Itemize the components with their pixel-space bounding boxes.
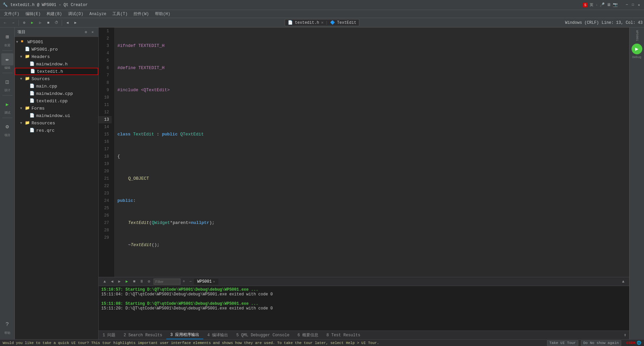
bottom-minus-btn[interactable]: − bbox=[187, 278, 194, 285]
tree-item-sources[interactable]: ▼ 📁 Sources bbox=[15, 75, 98, 82]
name-resources: Resources bbox=[32, 121, 55, 126]
ln-19: 19 bbox=[99, 160, 112, 168]
toolbar-sep-1 bbox=[18, 20, 19, 26]
ln-6: 6 bbox=[99, 64, 112, 72]
edit-icon: ✏ bbox=[6, 56, 9, 63]
panel-filter-btn[interactable]: ⚙ bbox=[83, 29, 89, 35]
sidebar-btn-help[interactable]: ? bbox=[1, 319, 13, 331]
back-button[interactable]: ← bbox=[1, 19, 9, 26]
menu-help[interactable]: 帮助(H) bbox=[152, 10, 173, 17]
welcome-icon: ⊞ bbox=[6, 34, 9, 40]
file-tab-sep: | bbox=[326, 20, 328, 25]
profile-button[interactable]: ⏱ bbox=[53, 19, 60, 26]
line-numbers: 1 2 3 4 5 6 7 8 9 10 11 12 13 14 bbox=[99, 27, 115, 277]
name-headers: Headers bbox=[32, 54, 50, 59]
forward-button[interactable]: → bbox=[9, 19, 17, 26]
menu-file[interactable]: 文件(F) bbox=[1, 10, 22, 17]
code-line-11 bbox=[117, 264, 627, 271]
bottom-prev-btn[interactable]: ◀ bbox=[109, 278, 115, 285]
tree-item-textedit-h[interactable]: ▸ 📄 textedit.h bbox=[15, 68, 98, 75]
file-tree: ▼ ■ WPS001 ▸ 📄 WPS001.pro ▼ 📁 Headers bbox=[15, 37, 98, 339]
no-show-button[interactable]: Do No show again bbox=[581, 340, 621, 346]
monitor-icon: 🖥 bbox=[607, 2, 611, 7]
ln-24: 24 bbox=[99, 197, 112, 205]
code-line-1: #ifndef TEXTEDIT_H bbox=[117, 42, 627, 50]
sidebar-btn-design[interactable]: ◫ bbox=[1, 76, 13, 88]
run-tab-close[interactable]: ✕ bbox=[213, 280, 215, 284]
tab-issues[interactable]: 1 问题 bbox=[99, 331, 119, 339]
sidebar-btn-welcome[interactable]: ⊞ bbox=[1, 31, 13, 43]
tree-item-mainwindow-ui[interactable]: ▸ 📄 mainwindow.ui bbox=[15, 112, 98, 119]
tree-item-wps001[interactable]: ▼ ■ WPS001 bbox=[15, 38, 98, 46]
tree-item-res-qrc[interactable]: ▸ 📄 res.qrc bbox=[15, 127, 98, 134]
right-sidebar-label: WPS001 bbox=[635, 29, 639, 42]
panel-close-btn[interactable]: ✕ bbox=[90, 29, 96, 35]
bottom-stop-btn[interactable]: ■ bbox=[131, 278, 138, 285]
tree-item-mainwindow-h[interactable]: ▸ 📄 mainwindow.h bbox=[15, 60, 98, 68]
issues-up-btn[interactable]: ⬆ bbox=[621, 332, 629, 338]
tab-test[interactable]: 8 Test Results bbox=[322, 331, 364, 339]
build-button[interactable]: ⚙ bbox=[20, 19, 28, 26]
output-line-3 bbox=[101, 297, 627, 301]
name-res-qrc: res.qrc bbox=[36, 128, 55, 133]
bottom-pause-btn[interactable]: ⏸ bbox=[138, 278, 145, 285]
bottom-collapse-btn[interactable]: ▲ bbox=[620, 278, 627, 285]
tab-search[interactable]: 2 Search Results bbox=[119, 331, 166, 339]
icon-sep-1 bbox=[2, 50, 12, 51]
tree-item-main-cpp[interactable]: ▸ 📄 main.cpp bbox=[15, 82, 98, 90]
menu-debug[interactable]: 调试(D) bbox=[65, 10, 86, 17]
menu-analyze[interactable]: Analyze bbox=[87, 11, 109, 17]
menu-controls[interactable]: 控件(W) bbox=[131, 10, 152, 17]
bottom-play-btn[interactable]: ▶ bbox=[123, 278, 130, 285]
stop-button[interactable]: ■ bbox=[45, 19, 52, 26]
minimize-button[interactable]: ─ bbox=[625, 3, 629, 7]
arrow-mainwindow-ui: ▸ bbox=[25, 114, 30, 118]
bottom-settings-btn[interactable]: ⚙ bbox=[146, 278, 152, 285]
tab-compile[interactable]: 4 编译输出 bbox=[203, 331, 232, 339]
file-tab-close[interactable]: ✕ bbox=[321, 20, 323, 25]
code-line-8: public: bbox=[117, 197, 627, 205]
ln-21: 21 bbox=[99, 175, 112, 182]
bottom-up-btn[interactable]: ▲ bbox=[101, 278, 108, 285]
run-button[interactable]: ▶ bbox=[29, 19, 36, 26]
ln-13: 13 bbox=[99, 116, 112, 123]
code-content[interactable]: #ifndef TEXTEDIT_H #define TEXTEDIT_H #i… bbox=[115, 27, 629, 277]
next-button[interactable]: ▶ bbox=[72, 19, 79, 26]
run-output-tab-wps001[interactable]: WPS001 ✕ bbox=[194, 279, 218, 285]
tree-item-textedit-cpp[interactable]: ▸ 📄 textedit.cpp bbox=[15, 97, 98, 105]
tree-item-forms[interactable]: ▼ 📁 Forms bbox=[15, 105, 98, 112]
close-button[interactable]: ✕ bbox=[637, 3, 641, 7]
tree-item-headers[interactable]: ▼ 📁 Headers bbox=[15, 53, 98, 60]
menu-build[interactable]: 构建(B) bbox=[44, 10, 65, 17]
ln-8: 8 bbox=[99, 79, 112, 86]
file-panel: 项目 ⚙ ✕ ▼ ■ WPS001 ▸ 📄 WPS001.pro bbox=[15, 27, 99, 339]
maximize-button[interactable]: □ bbox=[631, 3, 635, 7]
file-tab-name: textedit.h bbox=[295, 20, 319, 25]
tab-summary[interactable]: 6 概要信息 bbox=[293, 331, 322, 339]
tab-app-output[interactable]: 3 应用程序输出 bbox=[166, 331, 203, 339]
tree-item-pro[interactable]: ▸ 📄 WPS001.pro bbox=[15, 46, 98, 53]
code-line-6: { bbox=[117, 153, 627, 160]
window-controls: ─ □ ✕ bbox=[625, 3, 641, 7]
code-scroll[interactable]: 1 2 3 4 5 6 7 8 9 10 11 12 13 14 bbox=[99, 27, 629, 277]
debug-run-button[interactable]: ▷ bbox=[37, 19, 44, 26]
menu-tools[interactable]: 工具(T) bbox=[110, 10, 130, 17]
bottom-add-btn[interactable]: + bbox=[180, 278, 187, 285]
menu-edit[interactable]: 编辑(E) bbox=[23, 10, 44, 17]
tour-button[interactable]: Take UI Tour bbox=[547, 340, 578, 346]
sidebar-btn-edit[interactable]: ✏ bbox=[1, 53, 13, 65]
file-tab-icon: 📄 bbox=[288, 20, 293, 25]
name-wps001: WPS001 bbox=[28, 40, 43, 45]
bottom-next-btn[interactable]: ▶ bbox=[116, 278, 123, 285]
prev-button[interactable]: ◀ bbox=[64, 19, 71, 26]
filter-input[interactable] bbox=[154, 279, 180, 285]
tree-item-mainwindow-cpp[interactable]: ▸ 📄 mainwindow.cpp bbox=[15, 90, 98, 97]
title-bar: 🔧 textedit.h @ WPS001 - Qt Creator S 英 ·… bbox=[0, 0, 644, 10]
tree-item-resources[interactable]: ▼ 📁 Resources bbox=[15, 119, 98, 127]
code-line-3: #include <QTextEdit> bbox=[117, 86, 627, 94]
sidebar-btn-projects[interactable]: ⚙ bbox=[1, 121, 13, 133]
right-run-button[interactable]: ▶ bbox=[632, 44, 642, 54]
arrow-pro: ▸ bbox=[20, 47, 25, 51]
sidebar-btn-debug[interactable]: ▶ bbox=[1, 98, 13, 110]
tab-qml[interactable]: 5 QML Debugger Console bbox=[232, 331, 293, 339]
